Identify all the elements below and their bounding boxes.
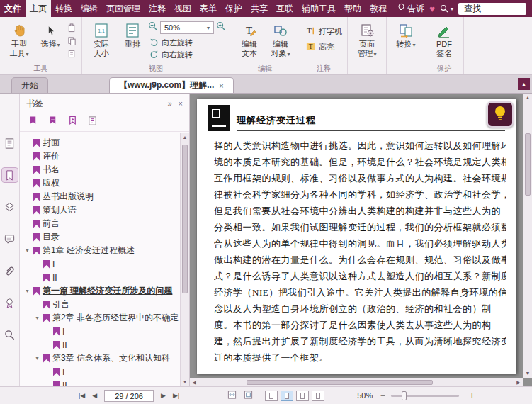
expand-bookmarks-icon[interactable] [28, 116, 38, 129]
bookmark-item[interactable]: 目录 [20, 230, 180, 244]
page-number-input[interactable]: 29 / 206 [104, 390, 154, 402]
menu-item[interactable]: 主页 [26, 0, 51, 17]
bookmark-item[interactable]: 丛书出版说明 [20, 190, 180, 203]
rotate-right-button[interactable]: 向右旋转 [148, 49, 226, 61]
scrollbar-thumb[interactable] [525, 133, 531, 196]
document-horizontal-scrollbar[interactable]: ◀ ▶ [190, 378, 523, 386]
assistant-bulb-button[interactable] [487, 101, 514, 128]
copy-icon[interactable] [66, 35, 78, 46]
zoom-level-select[interactable]: 50% ▾ [160, 21, 214, 34]
find-input[interactable]: 查找 [458, 3, 526, 15]
menu-item[interactable]: 教程 [366, 0, 391, 17]
typewriter-button[interactable]: T 打字机 [304, 25, 344, 38]
bookmark-item[interactable]: 评价 [20, 150, 180, 163]
bookmark-item[interactable]: I [20, 257, 180, 271]
menu-item[interactable]: 转换 [51, 0, 77, 17]
actual-size-button[interactable]: 1:1 实际 大小 [86, 19, 117, 58]
scroll-down-icon[interactable]: ▼ [181, 378, 189, 386]
scroll-up-icon[interactable]: ▲ [523, 94, 532, 102]
last-page-button[interactable]: ▶| [169, 392, 183, 399]
bookmark-item[interactable]: I [20, 325, 180, 338]
favorite-heart-icon[interactable]: ♥ [429, 4, 435, 14]
menu-item[interactable]: 页面管理 [102, 0, 145, 17]
menu-item[interactable]: 表单 [196, 0, 221, 17]
collapse-ribbon-button[interactable]: ▴ [518, 78, 530, 90]
close-panel-icon[interactable]: × [179, 99, 183, 108]
bookmark-item[interactable]: 封面 [20, 136, 180, 150]
convert-button[interactable]: 转换▾ [390, 19, 421, 50]
bookmark-item[interactable]: II [20, 271, 180, 284]
bookmark-item[interactable]: II [20, 338, 180, 352]
close-icon[interactable]: × [219, 82, 223, 90]
bookmark-item[interactable]: ▾ 第一篇 理解经济变迁所涉及的问题 [20, 284, 180, 298]
menu-item[interactable]: 文件 [0, 0, 26, 17]
paste-icon[interactable] [66, 48, 78, 59]
first-page-button[interactable]: |◀ [75, 392, 89, 399]
menu-item[interactable]: 编辑 [77, 0, 102, 17]
previous-page-button[interactable]: ◀ [89, 392, 101, 399]
single-page-view-icon[interactable] [265, 391, 278, 401]
zoom-out-button[interactable]: − [377, 391, 388, 400]
page-manage-button[interactable]: 页面 管理▾ [351, 19, 383, 59]
zoom-in-button[interactable]: + [466, 391, 477, 400]
pdf-sign-button[interactable]: PDF 签名 [429, 19, 460, 58]
bookmark-item[interactable]: II [20, 378, 180, 386]
continuous-facing-view-icon[interactable] [312, 391, 324, 401]
rotate-left-button[interactable]: 向左旋转 [148, 37, 226, 49]
bookmark-item[interactable]: ▾ 第2章 非各态历经世界中的不确定 [20, 311, 180, 325]
continuous-view-icon[interactable] [281, 391, 293, 401]
next-page-button[interactable]: ▶ [157, 392, 169, 399]
tab-start[interactable]: 开始 [11, 77, 48, 93]
hand-tool-button[interactable]: 手型 工具▾ [4, 19, 35, 59]
menu-item[interactable]: 辅助工具 [298, 0, 340, 17]
signature-panel-icon[interactable] [2, 296, 18, 310]
zoom-in-ribbon-icon[interactable] [216, 21, 226, 34]
expander-icon[interactable]: ▾ [24, 288, 30, 294]
fit-page-icon[interactable] [243, 390, 254, 401]
locate-bookmark-icon[interactable] [67, 116, 78, 129]
facing-view-icon[interactable] [296, 391, 309, 401]
search-menu-button[interactable]: ▾ [440, 4, 453, 13]
scroll-left-icon[interactable]: ◀ [190, 378, 198, 386]
menu-item[interactable]: 视图 [170, 0, 196, 17]
menu-item[interactable]: 共享 [247, 0, 272, 17]
edit-text-button[interactable]: T 编辑 文本 [234, 19, 265, 58]
tell-me-button[interactable]: 告诉 [397, 3, 424, 15]
bookmark-item[interactable]: 书名 [20, 163, 180, 176]
expander-icon[interactable]: ▾ [34, 315, 40, 321]
scrollbar-thumb[interactable] [182, 145, 188, 293]
comments-panel-icon[interactable] [2, 232, 18, 246]
bookmark-item[interactable]: 前言 [20, 217, 180, 230]
scrollbar-thumb[interactable] [247, 380, 433, 385]
zoom-slider[interactable] [391, 395, 459, 397]
attachments-panel-icon[interactable] [2, 264, 18, 278]
edit-object-button[interactable]: 编辑 对象▾ [265, 19, 296, 59]
scroll-right-icon[interactable]: ▶ [514, 378, 523, 386]
bookmark-item[interactable]: 版权 [20, 176, 180, 190]
clipboard-icon[interactable] [66, 23, 78, 33]
zoom-slider-thumb[interactable] [402, 391, 407, 400]
fit-width-icon[interactable] [227, 390, 237, 401]
menu-item[interactable]: 互联 [272, 0, 298, 17]
thumbnails-panel-icon[interactable] [2, 136, 18, 150]
collapse-bookmarks-icon[interactable] [47, 116, 58, 129]
menu-item[interactable]: 保护 [221, 0, 247, 17]
bookmarks-scrollbar[interactable]: ▲ ▼ [180, 133, 189, 386]
bookmark-item[interactable]: 策划人语 [20, 203, 180, 217]
bookmarks-panel-icon[interactable] [2, 168, 18, 182]
bookmark-item[interactable]: ▾ 第3章 信念体系、文化和认知科 [20, 352, 180, 365]
menu-item[interactable]: 注释 [145, 0, 170, 17]
reflow-button[interactable]: 重排 [117, 19, 148, 49]
scroll-up-icon[interactable]: ▲ [181, 133, 189, 142]
bookmark-item[interactable]: I [20, 365, 180, 378]
bookmark-item[interactable]: 引言 [20, 298, 180, 311]
layers-panel-icon[interactable] [2, 200, 18, 214]
bookmark-item[interactable]: ▾ 第1章 经济变迁过程概述 [20, 244, 180, 257]
zoom-out-ribbon-icon[interactable] [148, 21, 158, 34]
menu-item[interactable]: 帮助 [340, 0, 366, 17]
tab-document[interactable]: 【www.j9p.com】理解... × [109, 77, 234, 93]
collapse-panel-icon[interactable]: » [167, 99, 171, 108]
document-vertical-scrollbar[interactable]: ▲ ▼ [523, 94, 532, 378]
expander-icon[interactable]: ▾ [34, 355, 40, 361]
select-tool-button[interactable]: 选择▾ [35, 19, 66, 50]
